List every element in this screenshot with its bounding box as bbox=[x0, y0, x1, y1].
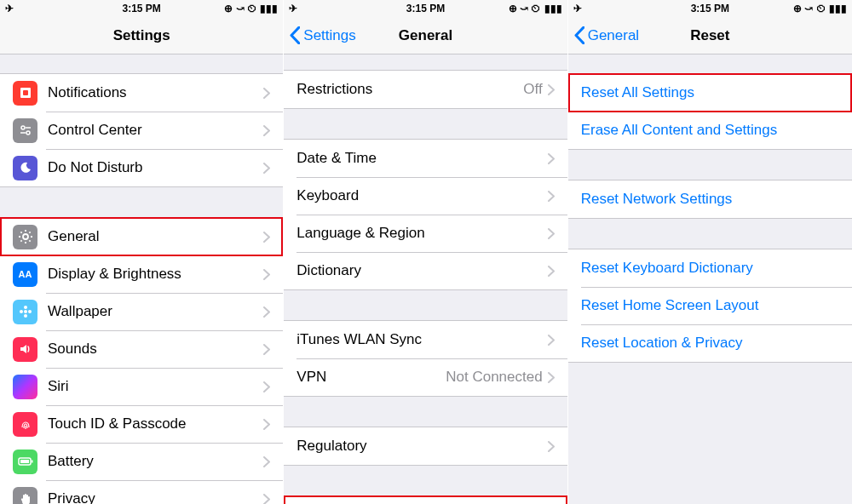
status-bar: ✈︎ 3:15 PM ⊕ ⤻ ⏲ ▮▮▮ bbox=[568, 0, 852, 17]
svg-point-18 bbox=[20, 310, 23, 313]
svg-line-12 bbox=[29, 240, 30, 241]
row-control-center[interactable]: Control Center bbox=[0, 112, 283, 149]
row-label: Regulatory bbox=[296, 438, 547, 455]
row-reset-keyboard[interactable]: Reset Keyboard Dictionary bbox=[568, 249, 852, 287]
row-touchid[interactable]: Touch ID & Passcode bbox=[0, 405, 283, 443]
row-label: Reset Keyboard Dictionary bbox=[581, 260, 839, 277]
chevron-right-icon bbox=[548, 228, 555, 239]
page-title: Settings bbox=[113, 27, 170, 44]
group-spacer bbox=[284, 397, 567, 427]
row-label: Dictionary bbox=[296, 262, 547, 279]
row-siri[interactable]: Siri bbox=[0, 368, 283, 405]
chevron-right-icon bbox=[548, 153, 555, 164]
group-spacer bbox=[0, 54, 283, 73]
row-label: Erase All Content and Settings bbox=[581, 122, 839, 139]
row-label: Battery bbox=[48, 453, 263, 470]
svg-point-15 bbox=[24, 310, 27, 313]
row-label: Date & Time bbox=[296, 150, 547, 167]
chevron-left-icon bbox=[573, 26, 584, 44]
privacy-icon bbox=[13, 487, 37, 505]
row-label: Reset Network Settings bbox=[581, 191, 839, 208]
chevron-right-icon bbox=[548, 372, 555, 383]
row-sounds[interactable]: Sounds bbox=[0, 330, 283, 368]
airplane-icon: ✈︎ bbox=[289, 3, 297, 14]
svg-point-6 bbox=[23, 234, 28, 239]
group-spacer bbox=[0, 187, 283, 217]
row-display[interactable]: AADisplay & Brightness bbox=[0, 255, 283, 293]
row-itunes-wlan[interactable]: iTunes WLAN Sync bbox=[284, 321, 567, 358]
chevron-right-icon bbox=[263, 494, 270, 505]
sounds-icon bbox=[13, 337, 37, 362]
svg-point-16 bbox=[24, 306, 27, 309]
chevron-right-icon bbox=[263, 125, 270, 136]
row-language[interactable]: Language & Region bbox=[284, 215, 567, 252]
row-label: Privacy bbox=[48, 490, 263, 504]
chevron-right-icon bbox=[263, 306, 270, 318]
notifications-icon bbox=[13, 81, 37, 106]
row-reset-all[interactable]: Reset All Settings bbox=[568, 74, 852, 112]
chevron-right-icon bbox=[263, 163, 270, 174]
touchid-icon bbox=[13, 412, 37, 437]
row-notifications[interactable]: Notifications bbox=[0, 74, 283, 112]
chevron-right-icon bbox=[263, 344, 270, 355]
airplane-icon: ✈︎ bbox=[5, 3, 14, 14]
panel-settings: ✈︎ 3:15 PM ⊕ ⤻ ⏲ ▮▮▮ Settings Notificati… bbox=[0, 0, 284, 504]
svg-point-17 bbox=[24, 314, 27, 318]
row-datetime[interactable]: Date & Time bbox=[284, 140, 567, 177]
chevron-right-icon bbox=[548, 335, 555, 346]
svg-rect-22 bbox=[20, 460, 29, 463]
row-reset[interactable]: Reset bbox=[284, 496, 567, 504]
chevron-left-icon bbox=[289, 26, 300, 44]
back-button[interactable]: General bbox=[573, 17, 639, 54]
content-settings: NotificationsControl CenterDo Not Distur… bbox=[0, 54, 283, 504]
row-battery[interactable]: Battery bbox=[0, 443, 283, 480]
row-label: Restrictions bbox=[296, 81, 523, 98]
panel-general: ✈︎ 3:15 PM ⊕ ⤻ ⏲ ▮▮▮ Settings General Re… bbox=[284, 0, 567, 504]
row-wallpaper[interactable]: Wallpaper bbox=[0, 293, 283, 330]
navbar-general: Settings General bbox=[284, 17, 567, 54]
page-title: Reset bbox=[690, 27, 729, 44]
row-privacy[interactable]: Privacy bbox=[0, 480, 283, 504]
row-vpn[interactable]: VPNNot Connected bbox=[284, 358, 567, 396]
row-label: Notifications bbox=[48, 84, 263, 101]
group-spacer bbox=[568, 219, 852, 249]
row-label: Touch ID & Passcode bbox=[48, 415, 263, 432]
row-erase-all[interactable]: Erase All Content and Settings bbox=[568, 112, 852, 149]
group-spacer bbox=[284, 54, 567, 70]
svg-point-19 bbox=[28, 310, 32, 313]
back-button[interactable]: Settings bbox=[289, 17, 355, 54]
page-title: General bbox=[399, 27, 452, 44]
svg-line-14 bbox=[29, 232, 30, 232]
row-label: Display & Brightness bbox=[48, 266, 263, 283]
status-indicators: ⊕ ⤻ ⏲ ▮▮▮ bbox=[509, 3, 562, 14]
airplane-icon: ✈︎ bbox=[573, 3, 582, 14]
group-spacer bbox=[284, 290, 567, 320]
content-reset: Reset All SettingsErase All Content and … bbox=[568, 54, 852, 504]
row-reset-home[interactable]: Reset Home Screen Layout bbox=[568, 287, 852, 324]
chevron-right-icon bbox=[263, 88, 270, 99]
navbar-reset: General Reset bbox=[568, 17, 852, 54]
row-label: Reset Location & Privacy bbox=[581, 335, 839, 352]
row-general[interactable]: General bbox=[0, 218, 283, 255]
chevron-right-icon bbox=[263, 419, 270, 430]
control-center-icon bbox=[13, 118, 37, 143]
status-indicators: ⊕ ⤻ ⏲ ▮▮▮ bbox=[224, 3, 278, 14]
row-reset-network[interactable]: Reset Network Settings bbox=[568, 180, 852, 218]
row-label: iTunes WLAN Sync bbox=[296, 331, 547, 348]
row-detail: Off bbox=[523, 81, 542, 98]
group-spacer bbox=[284, 466, 567, 495]
row-keyboard[interactable]: Keyboard bbox=[284, 177, 567, 215]
dnd-icon bbox=[13, 156, 37, 180]
chevron-right-icon bbox=[548, 266, 555, 277]
status-bar: ✈︎ 3:15 PM ⊕ ⤻ ⏲ ▮▮▮ bbox=[0, 0, 283, 17]
row-regulatory[interactable]: Regulatory bbox=[284, 427, 567, 465]
row-label: Language & Region bbox=[296, 225, 547, 242]
row-dnd[interactable]: Do Not Disturb bbox=[0, 149, 283, 186]
chevron-right-icon bbox=[263, 456, 270, 467]
row-dictionary[interactable]: Dictionary bbox=[284, 252, 567, 289]
chevron-right-icon bbox=[548, 191, 555, 202]
row-reset-location[interactable]: Reset Location & Privacy bbox=[568, 324, 852, 362]
row-label: General bbox=[48, 228, 263, 245]
row-restrictions[interactable]: RestrictionsOff bbox=[284, 71, 567, 108]
chevron-right-icon bbox=[548, 441, 555, 452]
